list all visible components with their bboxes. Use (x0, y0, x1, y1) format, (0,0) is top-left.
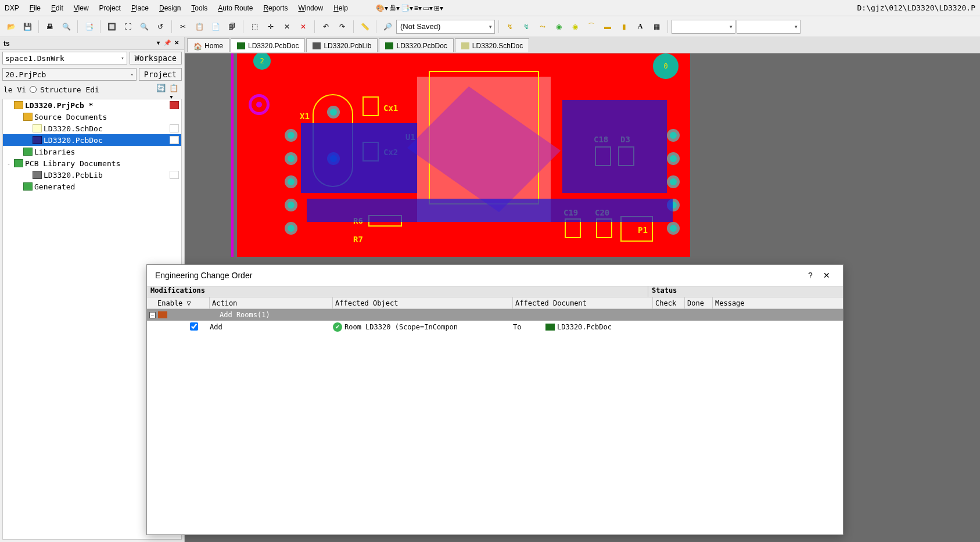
preview-icon[interactable]: 🔍 (59, 19, 74, 34)
undo-icon[interactable]: ↶ (318, 19, 333, 34)
pad-icon[interactable]: ◉ (568, 19, 583, 34)
pad[interactable] (285, 199, 297, 211)
combo-2[interactable] (737, 20, 800, 34)
via-icon[interactable]: ◉ (551, 19, 566, 34)
zoom-fit-icon[interactable]: ⛶ (120, 19, 135, 34)
copy-icon[interactable]: 📋 (192, 19, 207, 34)
menu-project[interactable]: Project (99, 4, 121, 12)
tree-item[interactable]: LD3320.PcbLib (3, 169, 181, 181)
dup-icon[interactable]: 🗐 (224, 19, 239, 34)
project-combo[interactable]: 20.PrjPcb (2, 68, 137, 81)
text-icon[interactable]: A (633, 19, 648, 34)
menu-tools[interactable]: Tools (191, 4, 207, 12)
pad[interactable] (667, 222, 680, 235)
move-icon[interactable]: ✛ (263, 19, 278, 34)
select-rect-icon[interactable]: ⬚ (247, 19, 262, 34)
pad[interactable] (667, 129, 680, 142)
filter-dropdown[interactable]: (Not Saved) (396, 20, 495, 34)
pad[interactable] (285, 129, 297, 142)
close-icon[interactable]: ✕ (819, 267, 835, 283)
print-icon[interactable]: 🖶▾ (389, 4, 400, 12)
zoom-last-icon[interactable]: ↺ (153, 19, 168, 34)
save-icon[interactable]: 💾 (20, 19, 35, 34)
menu-help[interactable]: Help (333, 4, 348, 12)
pad[interactable] (285, 222, 297, 235)
menu-edit[interactable]: Edit (51, 4, 63, 12)
align-icon[interactable]: ≡▾ (414, 4, 422, 12)
region-icon[interactable]: ▮ (616, 19, 631, 34)
tree-item[interactable]: Libraries (3, 146, 181, 157)
col-msg[interactable]: Message (713, 297, 843, 308)
collapse-icon[interactable]: − (149, 312, 156, 318)
grid-icon[interactable]: ⊞▾ (434, 4, 443, 12)
arc-icon[interactable]: ⌒ (584, 19, 599, 34)
menu-dxp[interactable]: DXP (5, 4, 19, 12)
tab-ld3320.pcbdoc[interactable]: LD3320.PcbDoc (379, 38, 453, 52)
combo-1[interactable] (672, 20, 735, 34)
drc-icon[interactable]: 📏 (357, 19, 372, 34)
color-picker-icon[interactable]: 🎨▾ (376, 4, 388, 12)
col-enable[interactable]: Enable ▽ (147, 297, 210, 308)
delete-icon[interactable]: ✕ (296, 19, 311, 34)
tree-item[interactable]: LD3320.SchDoc (3, 123, 181, 134)
pad[interactable] (667, 175, 680, 188)
tree-item[interactable]: -PCB Library Documents (3, 157, 181, 169)
redo-icon[interactable]: ↷ (335, 19, 350, 34)
menu-view[interactable]: View (74, 4, 89, 12)
pad[interactable] (327, 106, 340, 119)
panel-pin-icon[interactable]: 📌 (163, 40, 171, 48)
paste-icon[interactable]: 📄 (208, 19, 223, 34)
col-action[interactable]: Action (210, 297, 333, 308)
eco-row[interactable]: Add ✔ Room LD3320 (Scope=InCompon To LD3… (147, 321, 843, 333)
browse-icon[interactable]: 🔎 (380, 19, 395, 34)
zoom-sel-icon[interactable]: 🔍 (137, 19, 152, 34)
fill-icon[interactable]: ▬ (600, 19, 615, 34)
workspace-button[interactable]: Workspace (130, 52, 182, 64)
cut-icon[interactable]: ✂ (175, 19, 191, 34)
menu-design[interactable]: Design (159, 4, 181, 12)
stack-icon[interactable]: 📑 (81, 19, 96, 34)
col-done[interactable]: Done (685, 297, 713, 308)
route2-icon[interactable]: ↯ (519, 19, 534, 34)
col-object[interactable]: Affected Object (333, 297, 513, 308)
pcb-board[interactable]: 0 X1 (237, 53, 690, 257)
tree-item[interactable]: Generated (3, 181, 181, 192)
project-button[interactable]: Project (139, 68, 182, 81)
options-icon[interactable]: 📋▾ (169, 84, 181, 95)
tree-item[interactable]: LD3320.PrjPcb * (3, 99, 181, 111)
tree-item[interactable]: LD3320.PcbDoc (3, 134, 181, 146)
menu-autoroute[interactable]: Auto Route (218, 4, 253, 12)
pad[interactable] (285, 152, 297, 165)
refresh-icon[interactable]: 🔄 (156, 84, 168, 95)
enable-checkbox[interactable] (190, 322, 198, 331)
pad[interactable] (667, 152, 680, 165)
eco-group-row[interactable]: − Add Rooms(1) (147, 309, 843, 321)
panel-close-icon[interactable]: ✕ (173, 40, 181, 48)
open-icon[interactable]: 📂 (3, 19, 19, 34)
tab-ld3320.pcbdoc[interactable]: LD3320.PcbDoc (231, 38, 305, 52)
menu-place[interactable]: Place (131, 4, 149, 12)
menu-reports[interactable]: Reports (263, 4, 288, 12)
print-icon[interactable]: 🖶 (42, 19, 58, 34)
comp-icon[interactable]: ▦ (649, 19, 664, 34)
panel-menu-icon[interactable]: ▾ (154, 40, 162, 48)
tab-ld3320.schdoc[interactable]: LD3320.SchDoc (455, 38, 529, 52)
deselect-icon[interactable]: ✕ (279, 19, 295, 34)
group-icon[interactable]: ▭▾ (423, 4, 433, 12)
col-check[interactable]: Check (653, 297, 685, 308)
workspace-combo[interactable]: space1.DsnWrk (2, 52, 127, 64)
zoom-area-icon[interactable]: 🔲 (104, 19, 119, 34)
tab-ld3320.pcblib[interactable]: LD3320.PcbLib (306, 38, 378, 52)
pad[interactable] (285, 175, 297, 188)
col-doc[interactable]: Affected Document (513, 297, 653, 308)
layers-icon[interactable]: 📑▾ (401, 4, 413, 12)
help-icon[interactable]: ? (802, 267, 819, 283)
structure-radio[interactable] (30, 86, 37, 93)
tree-item[interactable]: Source Documents (3, 111, 181, 123)
route-icon[interactable]: ↯ (502, 19, 518, 34)
eco-titlebar[interactable]: Engineering Change Order ? ✕ (147, 265, 843, 286)
route3-icon[interactable]: ⤳ (535, 19, 550, 34)
menu-window[interactable]: Window (298, 4, 323, 12)
menu-file[interactable]: File (30, 4, 41, 12)
tab-home[interactable]: 🏠Home (187, 38, 229, 52)
